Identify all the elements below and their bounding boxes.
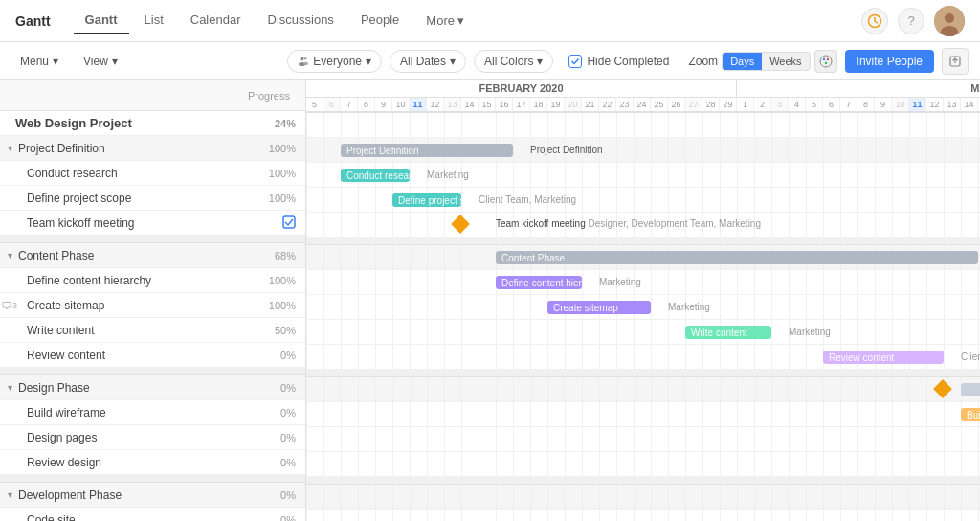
project-row[interactable]: Web Design Project 24% bbox=[0, 111, 305, 136]
bar-outside-label: Marketing bbox=[599, 277, 641, 287]
bar-outside-label: Marketing bbox=[668, 302, 710, 312]
gantt-row[interactable]: Create sitemapMarketing bbox=[306, 295, 980, 320]
gantt-bar[interactable]: Create sitemap bbox=[547, 301, 651, 314]
zoom-weeks[interactable]: Weeks bbox=[762, 53, 809, 70]
task-sitemap[interactable]: 3 Create sitemap 100% bbox=[0, 293, 305, 318]
gantt-bar[interactable]: Review content bbox=[823, 351, 944, 364]
gantt-row[interactable] bbox=[306, 485, 980, 510]
gantt-bar[interactable]: Project Definition bbox=[341, 144, 513, 157]
help-icon-btn[interactable]: ? bbox=[898, 8, 924, 34]
section-spacer-3 bbox=[0, 475, 305, 483]
hide-completed-toggle[interactable]: Hide Completed bbox=[568, 55, 669, 68]
day-cell: 5 bbox=[806, 98, 823, 111]
clock-icon bbox=[867, 13, 882, 29]
task-design-pages[interactable]: Design pages 0% bbox=[0, 425, 305, 450]
day-cell: 8 bbox=[358, 98, 375, 111]
svg-point-2 bbox=[945, 13, 954, 23]
gantt-row[interactable]: Write contentMarketing bbox=[306, 320, 980, 345]
invite-people-button[interactable]: Invite People bbox=[845, 50, 934, 73]
bar-label: Write content bbox=[685, 328, 753, 338]
zoom-days[interactable]: Days bbox=[723, 53, 762, 70]
tab-more[interactable]: More ▾ bbox=[414, 7, 476, 34]
bar-label: Content Phase bbox=[496, 253, 570, 263]
day-cell: 12 bbox=[427, 98, 444, 111]
month-row: FEBRUARY 2020 MARCH 2020 bbox=[306, 80, 980, 98]
bar-label: Create sitemap bbox=[547, 303, 624, 313]
tab-list[interactable]: List bbox=[133, 7, 175, 34]
gantt-row[interactable]: Conduct researchMarketing bbox=[306, 163, 980, 188]
day-cell: 4 bbox=[789, 98, 806, 111]
color-palette-btn[interactable] bbox=[814, 50, 837, 73]
tab-calendar[interactable]: Calendar bbox=[179, 7, 253, 34]
user-avatar[interactable] bbox=[934, 6, 965, 36]
hide-completed-checkbox[interactable] bbox=[568, 55, 582, 68]
phase-project-definition[interactable]: ▾ Project Definition 100% bbox=[0, 136, 305, 161]
gantt-bar[interactable] bbox=[961, 383, 980, 396]
task-review-content[interactable]: Review content 0% bbox=[0, 343, 305, 368]
svg-point-10 bbox=[826, 57, 828, 59]
phase-outside-label: Project Definition bbox=[530, 145, 603, 155]
gantt-bar[interactable]: Content Phase bbox=[496, 251, 978, 264]
day-cell: 12 bbox=[926, 98, 944, 111]
gantt-row[interactable]: Team kickoff meeting Designer, Developme… bbox=[306, 213, 980, 238]
gantt-bar[interactable]: Build bbox=[961, 408, 980, 421]
gantt-row[interactable] bbox=[306, 452, 980, 477]
gantt-row[interactable]: Project DefinitionProject Definition bbox=[306, 138, 980, 163]
gantt-bar[interactable]: Write content bbox=[685, 326, 771, 339]
gantt-row[interactable] bbox=[306, 377, 980, 402]
gantt-chart-panel[interactable]: FEBRUARY 2020 MARCH 2020 567891011121314… bbox=[306, 80, 980, 521]
phase-content[interactable]: ▾ Content Phase 68% bbox=[0, 243, 305, 268]
phase-development[interactable]: ▾ Development Phase 0% bbox=[0, 483, 305, 508]
gantt-row[interactable]: Define content hierarchyMarketing bbox=[306, 270, 980, 295]
all-dates-filter[interactable]: All Dates ▾ bbox=[390, 50, 466, 73]
bar-outside-label: Client Team, Marketing bbox=[479, 194, 576, 205]
gantt-row[interactable] bbox=[306, 113, 980, 138]
zoom-toggle: Days Weeks bbox=[722, 52, 810, 71]
day-cell: 9 bbox=[875, 98, 892, 111]
section-spacer-2 bbox=[0, 368, 305, 375]
gantt-bar[interactable]: Conduct research bbox=[341, 169, 410, 182]
tab-gantt[interactable]: Gantt bbox=[74, 7, 129, 34]
task-content-hierarchy[interactable]: Define content hierarchy 100% bbox=[0, 268, 305, 293]
top-navigation: Gantt Gantt List Calendar Discussions Pe… bbox=[0, 0, 980, 42]
tab-people[interactable]: People bbox=[349, 7, 411, 34]
gantt-toolbar: Menu ▾ View ▾ Everyone ▾ All Dates ▾ All… bbox=[0, 42, 980, 80]
gantt-row[interactable]: Review contentClient Team, Marketing bbox=[306, 345, 980, 370]
task-kickoff[interactable]: Team kickoff meeting bbox=[0, 211, 305, 236]
day-cell: 3 bbox=[771, 98, 789, 111]
gantt-bar[interactable]: Define content hierarchy bbox=[496, 276, 582, 289]
all-colors-filter[interactable]: All Colors ▾ bbox=[474, 50, 553, 73]
day-cell: 11 bbox=[410, 98, 427, 111]
day-cell: 17 bbox=[513, 98, 530, 111]
day-cell: 13 bbox=[944, 98, 961, 111]
day-cell: 22 bbox=[599, 98, 616, 111]
gantt-row[interactable] bbox=[306, 427, 980, 452]
everyone-filter[interactable]: Everyone ▾ bbox=[287, 50, 382, 73]
task-code-site[interactable]: Code site 0% bbox=[0, 508, 305, 521]
export-button[interactable] bbox=[942, 48, 969, 75]
day-cell: 15 bbox=[479, 98, 496, 111]
gantt-bar[interactable]: Define project scope bbox=[392, 193, 461, 207]
task-conduct-research[interactable]: Conduct research 100% bbox=[0, 161, 305, 186]
view-button[interactable]: View ▾ bbox=[75, 50, 126, 73]
tab-discussions[interactable]: Discussions bbox=[256, 7, 345, 34]
task-review-design[interactable]: Review design 0% bbox=[0, 450, 305, 475]
bar-label: Review content bbox=[823, 352, 900, 363]
day-cell: 26 bbox=[668, 98, 685, 111]
menu-button[interactable]: Menu ▾ bbox=[11, 50, 67, 73]
day-cell: 6 bbox=[823, 98, 840, 111]
task-wireframe[interactable]: Build wireframe 0% bbox=[0, 400, 305, 425]
feb-month-label: FEBRUARY 2020 bbox=[306, 80, 737, 97]
gantt-row[interactable]: Define project scopeClient Team, Marketi… bbox=[306, 188, 980, 213]
gantt-row[interactable] bbox=[306, 510, 980, 521]
gantt-row[interactable]: Content PhaseContent Phase bbox=[306, 245, 980, 270]
day-cell: 14 bbox=[961, 98, 978, 111]
task-define-scope[interactable]: Define project scope 100% bbox=[0, 186, 305, 211]
clock-icon-btn[interactable] bbox=[861, 8, 888, 34]
bar-label: Define content hierarchy bbox=[496, 278, 582, 288]
task-write-content[interactable]: Write content 50% bbox=[0, 318, 305, 343]
phase-design[interactable]: ▾ Design Phase 0% bbox=[0, 375, 305, 400]
bar-outside-label: Marketing bbox=[789, 327, 831, 337]
gantt-row[interactable]: Buildw bbox=[306, 402, 980, 427]
avatar-image bbox=[934, 6, 965, 36]
